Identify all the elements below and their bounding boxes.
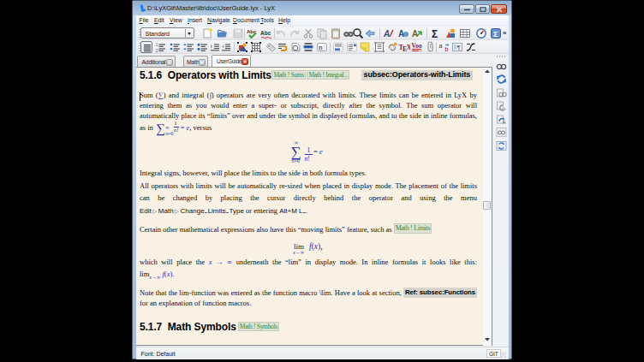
svg-text:b: b [445,46,449,52]
svg-text:¶: ¶ [456,44,460,51]
svg-text:A: A [412,29,418,39]
svg-text:a: a [439,43,443,49]
svg-text:1: 1 [156,43,158,47]
svg-text:Σ: Σ [493,30,498,39]
svg-text:TEX: TEX [399,44,411,53]
svg-text:2: 2 [156,49,158,53]
svg-text:Abc: Abc [260,30,271,36]
svg-text:Voo: Voo [411,42,421,50]
svg-text:n: n [319,44,323,51]
svg-text:Σ: Σ [432,28,438,39]
svg-text:A: A [383,29,390,39]
svg-text:A: A [503,120,506,125]
